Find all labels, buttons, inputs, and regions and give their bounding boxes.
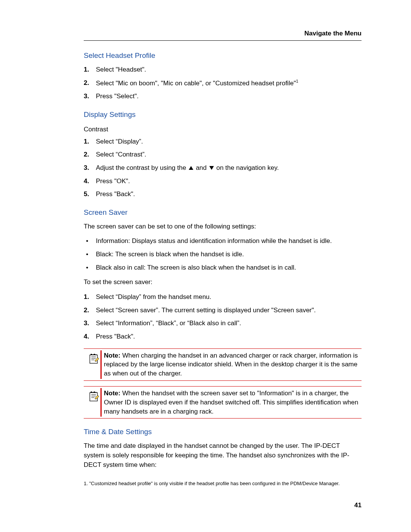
header-rule (84, 40, 362, 41)
note-label: Note: (104, 390, 122, 397)
list-item-text-part: Adjust the contrast by using the (96, 164, 188, 171)
list-item: Adjust the contrast by using the and on … (84, 163, 362, 173)
up-arrow-icon (189, 166, 193, 170)
body-text: The time and date displayed in the hands… (84, 441, 362, 470)
list-item-text: Select "Mic on boom", "Mic on cable", or… (96, 79, 296, 86)
headset-steps-list: Select "Headset". Select "Mic on boom", … (84, 65, 362, 101)
list-item: Select "Mic on boom", "Mic on cable", or… (84, 78, 362, 88)
note-label: Note: (104, 352, 122, 359)
list-item: Select “Screen saver”. The current setti… (84, 306, 362, 315)
list-item: Select “Information”, “Black”, or “Black… (84, 319, 362, 328)
note-icon-wrap (84, 350, 100, 366)
footnote: 1. "Customized headset profile" is only … (84, 480, 362, 487)
list-item: Press "Select". (84, 92, 362, 101)
footnote-ref: 1 (296, 79, 298, 83)
heading-select-headset-profile: Select Headset Profile (84, 51, 362, 60)
note-callout: Note: When the handset with the screen s… (84, 386, 362, 419)
running-header: Navigate the Menu (84, 30, 362, 37)
down-arrow-icon (209, 166, 214, 170)
subheading-contrast: Contrast (84, 126, 362, 133)
list-item: Black: The screen is black when the hand… (84, 250, 362, 259)
screensaver-options-list: Information: Displays status and identif… (84, 236, 362, 272)
list-item: Press "Back". (84, 190, 362, 199)
list-item: Press "OK". (84, 177, 362, 186)
body-text: The screen saver can be set to one of th… (84, 222, 362, 232)
screensaver-steps-list: Select “Display” from the handset menu. … (84, 292, 362, 342)
list-item-text-part: and (196, 164, 209, 171)
list-item: Select “Display”. (84, 137, 362, 147)
list-item: Select “Display” from the handset menu. (84, 292, 362, 302)
note-callout: Note: When charging the handset in an ad… (84, 348, 362, 381)
list-item-text-part: on the navigation key. (216, 164, 279, 171)
heading-screen-saver: Screen Saver (84, 208, 362, 217)
heading-display-settings: Display Settings (84, 110, 362, 119)
display-steps-list: Select “Display”. Select “Contrast”. Adj… (84, 137, 362, 199)
note-icon (89, 390, 99, 402)
page: Navigate the Menu Select Headset Profile… (0, 0, 411, 510)
note-body: When charging the handset in an advanced… (104, 352, 358, 377)
note-body: When the handset with the screen saver s… (104, 390, 358, 415)
note-text: Note: When charging the handset in an ad… (102, 350, 362, 379)
body-text: To set the screen saver: (84, 278, 362, 287)
note-icon (89, 353, 99, 364)
list-item: Select "Headset". (84, 65, 362, 75)
note-text: Note: When the handset with the screen s… (102, 388, 362, 417)
page-number: 41 (354, 502, 362, 509)
list-item: Press "Back". (84, 332, 362, 342)
list-item: Black also in call: The screen is also b… (84, 263, 362, 273)
list-item: Select “Contrast”. (84, 150, 362, 160)
list-item: Information: Displays status and identif… (84, 236, 362, 246)
note-icon-wrap (84, 388, 100, 404)
heading-time-date-settings: Time & Date Settings (84, 428, 362, 436)
